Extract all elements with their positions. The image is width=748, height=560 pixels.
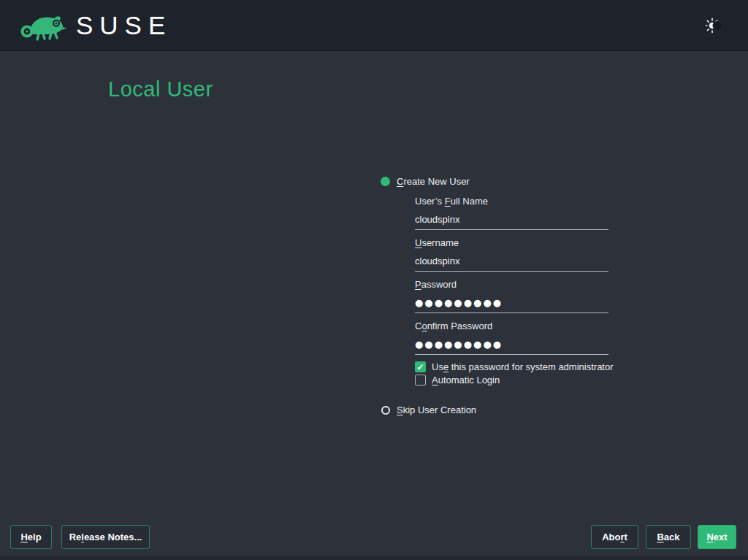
label-text: t (625, 532, 627, 542)
label-text: Abo (602, 532, 620, 542)
automatic-login-label: Automatic Login (432, 375, 500, 386)
label-text: reate New User (403, 176, 469, 187)
release-notes-button[interactable]: Release Notes... (61, 525, 150, 549)
label-mnemonic: B (657, 532, 663, 542)
help-button[interactable]: Help (10, 525, 52, 549)
abort-button[interactable]: Abort (591, 525, 638, 549)
next-button[interactable]: Next (698, 525, 736, 549)
full-name-input[interactable] (415, 214, 608, 230)
label-mnemonic: A (432, 375, 438, 386)
top-bar: SUSE (0, 0, 748, 51)
label-text: ull Name (451, 196, 488, 207)
installer-window: SUSE Local User Create New Us (0, 0, 748, 560)
label-text: sername (421, 237, 459, 248)
sysadmin-password-checkbox[interactable]: ✓ Use this password for system administr… (415, 361, 614, 372)
label-mnemonic: H (20, 532, 27, 542)
label-text: elp (28, 532, 42, 542)
label-text: this password for system administrator (449, 361, 613, 372)
skip-user-creation-radio[interactable]: Skip User Creation (381, 404, 476, 415)
skip-user-creation-label: Skip User Creation (397, 404, 476, 415)
confirm-password-input[interactable] (415, 339, 608, 355)
back-button[interactable]: Back (646, 525, 691, 549)
label-mnemonic: N (706, 532, 713, 542)
label-text: kip User Creation (403, 404, 476, 415)
label-text: Re (69, 532, 82, 542)
automatic-login-checkbox[interactable]: Automatic Login (415, 375, 500, 386)
label-text: ack (664, 532, 680, 542)
window-bottom-edge (0, 556, 748, 560)
label-mnemonic: S (397, 404, 403, 415)
label-text: assword (421, 279, 457, 290)
confirm-password-label: Confirm Password (415, 321, 492, 331)
label-text: ext (714, 532, 728, 542)
full-name-label: User’s Full Name (415, 196, 488, 207)
username-input[interactable] (415, 256, 608, 272)
radio-selected-icon (381, 177, 390, 186)
radio-unselected-icon (381, 406, 390, 415)
sysadmin-password-label: Use this password for system administrat… (432, 361, 614, 372)
label-text: C (415, 321, 421, 331)
password-input[interactable] (415, 297, 608, 313)
checkbox-checked-icon: ✓ (415, 361, 426, 372)
label-text: ease Notes... (84, 532, 142, 542)
label-mnemonic: F (445, 196, 451, 207)
label-mnemonic: C (397, 176, 403, 187)
label-mnemonic: U (415, 237, 421, 248)
theme-toggle-icon[interactable] (706, 17, 723, 34)
label-text: User’s (415, 196, 445, 207)
checkbox-unchecked-icon (415, 375, 426, 386)
brand-text: SUSE (76, 9, 172, 42)
label-mnemonic: o (421, 321, 427, 331)
label-text: utomatic Login (438, 375, 500, 386)
label-mnemonic: P (415, 279, 421, 290)
page-title: Local User (108, 77, 213, 101)
create-new-user-radio[interactable]: Create New User (381, 176, 470, 187)
create-new-user-label: Create New User (397, 176, 470, 187)
password-label: Password (415, 279, 457, 290)
suse-chameleon-icon (19, 9, 69, 42)
username-label: Username (415, 237, 459, 248)
label-text: nfirm Password (427, 321, 493, 331)
suse-logo: SUSE (19, 9, 172, 42)
label-text: Us (432, 361, 443, 372)
